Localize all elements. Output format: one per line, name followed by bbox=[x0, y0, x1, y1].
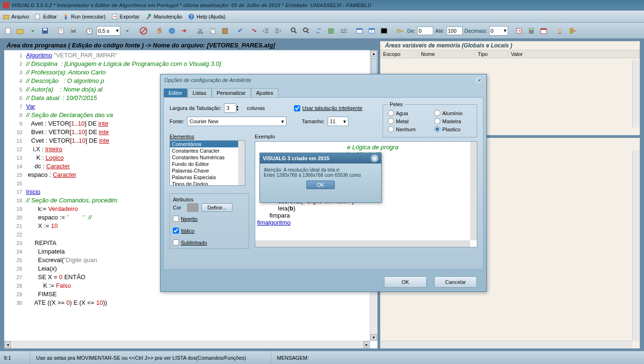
scroll-down-button[interactable]: ▾ bbox=[370, 334, 377, 341]
indent-right-button[interactable] bbox=[273, 26, 283, 36]
font-combo[interactable]: Courier New▾ bbox=[187, 117, 286, 126]
menu-editar[interactable]: Editar bbox=[35, 13, 57, 20]
dialog-buttons: OK Cancelar bbox=[161, 273, 486, 291]
skin-nenhum[interactable]: Nenhum bbox=[388, 126, 426, 132]
menu-arquivo[interactable]: Arquivo bbox=[3, 13, 29, 20]
svg-rect-48 bbox=[369, 28, 375, 30]
col-valor[interactable]: Valor bbox=[508, 50, 640, 58]
tab-ajustes[interactable]: Ajustes bbox=[251, 88, 278, 97]
indent-left-button[interactable] bbox=[260, 26, 271, 36]
hand-button[interactable] bbox=[154, 26, 165, 36]
col-tipo[interactable]: Tipo bbox=[475, 50, 508, 58]
user-button[interactable] bbox=[555, 26, 565, 36]
scroll-up-button[interactable]: ▴ bbox=[370, 50, 377, 57]
dialog-close-button[interactable]: ✕ bbox=[475, 76, 483, 84]
calendar-button[interactable] bbox=[538, 26, 549, 36]
stop-button[interactable] bbox=[138, 26, 149, 36]
window3-button[interactable] bbox=[379, 26, 389, 36]
find-next-button[interactable] bbox=[301, 26, 312, 36]
paste-button[interactable] bbox=[220, 26, 230, 36]
skin-agua[interactable]: Agua bbox=[388, 110, 426, 116]
smarttab-checkbox[interactable]: Usar tabulação inteligente bbox=[294, 105, 362, 111]
msgbox-close-button[interactable]: ✕ bbox=[371, 155, 378, 162]
example-scrollbar-h[interactable] bbox=[255, 240, 470, 247]
list-item[interactable]: Fundo do Editor bbox=[170, 161, 245, 167]
color-swatch[interactable] bbox=[187, 203, 198, 212]
timer-combo[interactable]: 0,5 s▾ bbox=[97, 26, 120, 36]
window-titlebar: VISUALG 3.0.5.2 * Interpretador e Editor… bbox=[0, 0, 644, 10]
italic-checkbox[interactable]: Itálico bbox=[173, 228, 246, 234]
list-item[interactable]: Constantes Numéricas bbox=[170, 154, 245, 161]
msgbox-title: VISUALG 3 criado em 2015 bbox=[263, 155, 330, 161]
window1-button[interactable] bbox=[354, 26, 365, 36]
decimais-combo[interactable]: 0▾ bbox=[489, 26, 508, 36]
list-item[interactable]: Comentários bbox=[170, 141, 245, 147]
doc-button[interactable] bbox=[56, 26, 66, 36]
undo-button[interactable] bbox=[236, 26, 246, 36]
dialog-cancel-button[interactable]: Cancelar bbox=[434, 276, 477, 288]
open-button[interactable] bbox=[15, 26, 26, 36]
scroll-left-button[interactable]: ◂ bbox=[4, 341, 11, 348]
timer-button[interactable] bbox=[84, 26, 95, 36]
skin-madeira[interactable]: Madeira bbox=[434, 118, 472, 124]
tabwidth-input[interactable] bbox=[224, 103, 236, 113]
msgbox-ok-button[interactable]: OK bbox=[306, 181, 335, 189]
list-item[interactable]: Palavras-Chave bbox=[170, 167, 245, 174]
attributes-label: Atributos bbox=[173, 197, 246, 202]
define-color-button[interactable]: Definir... bbox=[201, 203, 233, 212]
de-input[interactable] bbox=[417, 27, 433, 35]
arrow-button[interactable] bbox=[179, 26, 189, 36]
list-item[interactable]: Constantes Caracter bbox=[170, 147, 245, 154]
save-button[interactable] bbox=[40, 26, 50, 36]
print-button[interactable] bbox=[68, 26, 79, 36]
numbers-button[interactable]: 123 bbox=[338, 26, 349, 36]
editor-scrollbar-h[interactable]: ◂ ▸ bbox=[4, 341, 370, 348]
bookmark-button[interactable] bbox=[326, 26, 336, 36]
menu-run[interactable]: Run (executar) bbox=[63, 13, 106, 20]
timer-dropdown-button[interactable] bbox=[122, 26, 133, 36]
cut-button[interactable] bbox=[195, 26, 206, 36]
copy-button[interactable] bbox=[207, 26, 218, 36]
underline-checkbox[interactable]: Sublinhado bbox=[173, 239, 246, 246]
spin-down-button[interactable]: ▾ bbox=[236, 108, 239, 111]
tab-editor[interactable]: Editor bbox=[163, 88, 188, 97]
svg-rect-0 bbox=[3, 15, 9, 19]
bold-checkbox[interactable]: Negrito bbox=[173, 216, 246, 222]
open-dropdown-button[interactable] bbox=[27, 26, 38, 36]
listbox-scrollbar[interactable] bbox=[238, 141, 245, 185]
tab-listas[interactable]: Listas bbox=[188, 88, 212, 97]
calc-button[interactable] bbox=[526, 26, 537, 36]
size-combo[interactable]: 11▾ bbox=[328, 117, 349, 126]
scroll-right-button[interactable]: ▸ bbox=[363, 341, 370, 348]
ate-input[interactable] bbox=[447, 27, 463, 35]
skin-plastico[interactable]: Plastico bbox=[434, 126, 472, 132]
window2-button[interactable] bbox=[367, 26, 377, 36]
example-scrollbar-v[interactable] bbox=[470, 142, 477, 240]
redo-button[interactable] bbox=[248, 26, 259, 36]
list-item[interactable]: Tipos de Dados bbox=[170, 181, 245, 186]
step-button[interactable] bbox=[514, 26, 524, 36]
replace-button[interactable] bbox=[313, 26, 324, 36]
menu-help[interactable]: ?Help (Ajuda) bbox=[188, 13, 225, 20]
svg-rect-16 bbox=[72, 28, 75, 30]
skin-aluminio[interactable]: Alumínio bbox=[434, 110, 472, 116]
dialog-titlebar[interactable]: Opções de configuração de Ambiênte ✕ bbox=[161, 74, 486, 86]
menu-manutencao[interactable]: Manutenção bbox=[145, 13, 182, 20]
exit-button[interactable] bbox=[567, 26, 577, 36]
results-scrollbar-v[interactable] bbox=[632, 150, 640, 341]
msgbox-titlebar[interactable]: VISUALG 3 criado em 2015 ✕ bbox=[260, 153, 381, 164]
new-button[interactable] bbox=[3, 26, 13, 36]
col-nome[interactable]: Nome bbox=[418, 50, 475, 58]
col-escopo[interactable]: Escopo bbox=[380, 50, 418, 58]
skin-metal[interactable]: Metal bbox=[388, 118, 426, 124]
menu-exportar[interactable]: Exportar bbox=[111, 13, 140, 20]
dialog-ok-button[interactable]: OK bbox=[384, 276, 427, 288]
vars-scrollbar-v[interactable] bbox=[632, 60, 640, 127]
results-scrollbar-h[interactable] bbox=[380, 341, 632, 348]
tab-personalizar[interactable]: Personalizar bbox=[212, 88, 251, 97]
find-button[interactable] bbox=[289, 26, 299, 36]
globe-button[interactable] bbox=[167, 26, 177, 36]
key-button[interactable] bbox=[395, 26, 405, 36]
elements-listbox[interactable]: Comentários Constantes Caracter Constant… bbox=[170, 140, 245, 186]
list-item[interactable]: Palavras Especiais bbox=[170, 174, 245, 181]
